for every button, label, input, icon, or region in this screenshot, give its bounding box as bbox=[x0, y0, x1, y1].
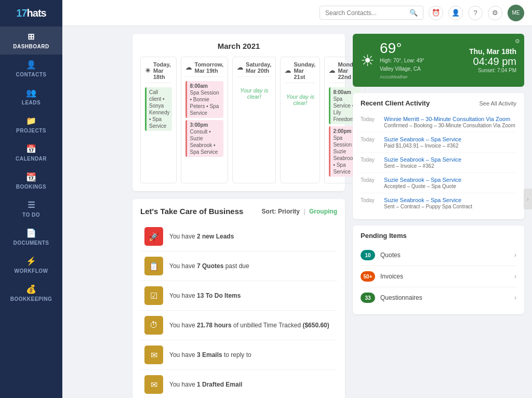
gear-icon[interactable]: ⚙ bbox=[515, 38, 520, 45]
weather-date: Thu, Mar 18th bbox=[469, 47, 516, 56]
weather-time: 04:49 pm bbox=[469, 56, 516, 68]
cal-day-0: ☀ Today, Mar 18th Call client • Sonya Ke… bbox=[140, 57, 177, 183]
sort-control: Sort: Priority | Grouping bbox=[262, 208, 337, 215]
cloud-icon: ☁ bbox=[237, 64, 243, 71]
activity-item-0: Today Winnie Merritt – 30-Minute Consult… bbox=[361, 112, 516, 132]
activity-link[interactable]: Suzie Seabrook – Spa Service bbox=[384, 136, 516, 142]
sidebar-item-dashboard[interactable]: ⊞ DASHBOARD bbox=[0, 26, 62, 55]
task-drafted[interactable]: ✉ You have 1 Drafted Email bbox=[140, 370, 337, 398]
weather-high-low: High: 70°, Low: 49° bbox=[380, 57, 424, 65]
invoices-badge: 50+ bbox=[361, 271, 375, 282]
see-all-activity-link[interactable]: See All Activity bbox=[479, 100, 516, 107]
pending-title: Pending Items bbox=[361, 232, 407, 240]
avatar[interactable]: ME bbox=[508, 5, 524, 21]
clock-icon[interactable]: ⏰ bbox=[429, 6, 443, 20]
email-task-icon: ✉ bbox=[144, 346, 163, 364]
weather-sunset: Sunset: 7:04 PM bbox=[469, 68, 516, 73]
cal-event[interactable]: 3:00pm Consult • Suzie Seabrook • Spa Se… bbox=[185, 120, 223, 157]
bookkeeping-icon: 💰 bbox=[26, 284, 37, 294]
day-label: Today, Mar 18th bbox=[153, 61, 172, 80]
cloud-icon: ☁ bbox=[185, 64, 192, 71]
sidebar-item-label: CONTACTS bbox=[16, 72, 47, 77]
leads-icon: 👥 bbox=[26, 88, 37, 98]
task-text: You have 2 new Leads bbox=[169, 233, 234, 240]
pending-section: Pending Items 10 Quotes › 50+ Invoices ›… bbox=[353, 225, 524, 314]
search-bar[interactable]: 🔍 bbox=[320, 6, 423, 20]
activity-link[interactable]: Suzie Seabrook – Spa Service bbox=[384, 197, 516, 203]
task-text: You have 13 To Do Items bbox=[169, 292, 241, 299]
calendar-section: March 2021 ☀ Today, Mar 18th Call client… bbox=[132, 34, 345, 191]
user-circle-icon[interactable]: 👤 bbox=[448, 6, 463, 20]
grouping-link[interactable]: Grouping bbox=[309, 208, 337, 215]
temperature: 69° bbox=[380, 40, 424, 57]
sun-icon: ☀ bbox=[145, 67, 151, 74]
right-column: ⚙ ☀ 69° High: 70°, Low: 49° Valley Villa… bbox=[353, 34, 524, 390]
sidebar-item-label: BOOKKEEPING bbox=[10, 296, 52, 302]
topbar: 🔍 ⏰ 👤 ? ⚙ ME bbox=[62, 0, 532, 26]
pending-label: Questionnaires bbox=[380, 294, 514, 301]
activity-link[interactable]: Suzie Seabrook – Spa Service bbox=[384, 156, 516, 163]
chevron-right-icon: › bbox=[514, 294, 516, 301]
day-label: Tomorrow, Mar 19th bbox=[194, 61, 223, 74]
calendar-days: ☀ Today, Mar 18th Call client • Sonya Ke… bbox=[140, 57, 337, 183]
sidebar-item-documents[interactable]: 📄 DOCUMENTS bbox=[0, 223, 62, 251]
task-quotes[interactable]: 📋 You have 7 Quotes past due bbox=[140, 251, 337, 281]
sidebar-item-label: WORKFLOW bbox=[14, 268, 48, 274]
task-todo[interactable]: ☑ You have 13 To Do Items bbox=[140, 281, 337, 311]
activity-link[interactable]: Winnie Merritt – 30-Minute Consultation … bbox=[384, 116, 516, 122]
cal-day-1: ☁ Tomorrow, Mar 19th 8:00am Spa Session … bbox=[181, 57, 228, 183]
dashboard-icon: ⊞ bbox=[28, 32, 35, 42]
cal-event[interactable]: 8:00am Spa Session • Bonnie Peters • Spa… bbox=[185, 81, 223, 118]
todo-task-icon: ☑ bbox=[144, 286, 163, 305]
sidebar-item-bookkeeping[interactable]: 💰 BOOKKEEPING bbox=[0, 279, 62, 307]
bookings-icon: 📆 bbox=[26, 172, 37, 182]
sidebar-item-label: PROJECTS bbox=[16, 128, 46, 134]
sidebar-item-label: TO DO bbox=[22, 212, 40, 218]
calendar-title: March 2021 bbox=[140, 42, 337, 50]
sidebar-nav: ⊞ DASHBOARD 👤 CONTACTS 👥 LEADS 📁 PROJECT… bbox=[0, 26, 62, 398]
projects-icon: 📁 bbox=[26, 116, 37, 126]
sidebar-item-label: LEADS bbox=[22, 100, 41, 105]
sidebar-item-label: CALENDAR bbox=[16, 156, 47, 162]
sidebar-item-contacts[interactable]: 👤 CONTACTS bbox=[0, 55, 62, 83]
documents-icon: 📄 bbox=[26, 228, 37, 238]
sidebar-item-label: DASHBOARD bbox=[13, 44, 49, 49]
business-title: Let's Take Care of Business bbox=[140, 207, 243, 216]
pending-item-quotes[interactable]: 10 Quotes › bbox=[361, 245, 516, 266]
topbar-icons: ⏰ 👤 ? ⚙ ME bbox=[429, 5, 524, 21]
sidebar-item-workflow[interactable]: ⚡ WORKFLOW bbox=[0, 251, 62, 279]
question-icon[interactable]: ? bbox=[468, 6, 483, 20]
task-text: You have 3 Emails to reply to bbox=[169, 351, 251, 359]
task-leads[interactable]: 🚀 You have 2 new Leads bbox=[140, 222, 337, 251]
sun-icon: ☀ bbox=[361, 51, 375, 70]
activity-title: Recent Client Activity bbox=[361, 99, 430, 107]
day-label: Sunday, Mar 21st bbox=[294, 61, 315, 80]
pending-item-invoices[interactable]: 50+ Invoices › bbox=[361, 266, 516, 287]
sidebar-item-todo[interactable]: ☰ TO DO bbox=[0, 195, 62, 223]
workflow-icon: ⚡ bbox=[26, 256, 37, 266]
task-emails[interactable]: ✉ You have 3 Emails to reply to bbox=[140, 340, 337, 370]
search-input[interactable] bbox=[325, 9, 406, 17]
business-header: Let's Take Care of Business Sort: Priori… bbox=[140, 207, 337, 216]
chevron-right-icon: › bbox=[514, 273, 516, 280]
collapse-handle[interactable]: › bbox=[524, 189, 532, 209]
activity-link[interactable]: Suzie Seabrook – Spa Service bbox=[384, 177, 516, 183]
sidebar-item-projects[interactable]: 📁 PROJECTS bbox=[0, 111, 62, 139]
sidebar-item-calendar[interactable]: 📅 CALENDAR bbox=[0, 139, 62, 167]
sidebar-item-bookings[interactable]: 📆 BOOKINGS bbox=[0, 167, 62, 195]
cloud-icon: ☁ bbox=[285, 67, 291, 74]
sidebar-item-label: DOCUMENTS bbox=[14, 240, 49, 246]
pending-item-questionnaires[interactable]: 33 Questionnaires › bbox=[361, 287, 516, 308]
day-clear-text: Your day is clear! bbox=[237, 87, 271, 100]
cal-event[interactable]: Call client • Sonya Kennedy • Spa Servic… bbox=[145, 87, 172, 131]
sidebar-item-label: BOOKINGS bbox=[16, 184, 46, 190]
activity-item-3: Today Suzie Seabrook – Spa Service Accep… bbox=[361, 173, 516, 193]
cal-day-3: ☁ Sunday, Mar 21st Your day is clear! bbox=[280, 57, 320, 183]
calendar-icon: 📅 bbox=[26, 144, 37, 154]
activity-item-2: Today Suzie Seabrook – Spa Service Sent … bbox=[361, 153, 516, 173]
settings-icon[interactable]: ⚙ bbox=[488, 6, 502, 20]
task-time[interactable]: ⏱ You have 21.78 hours of unbilled Time … bbox=[140, 311, 337, 340]
sidebar-item-leads[interactable]: 👥 LEADS bbox=[0, 83, 62, 111]
pending-label: Quotes bbox=[380, 251, 514, 259]
quotes-task-icon: 📋 bbox=[144, 257, 163, 275]
